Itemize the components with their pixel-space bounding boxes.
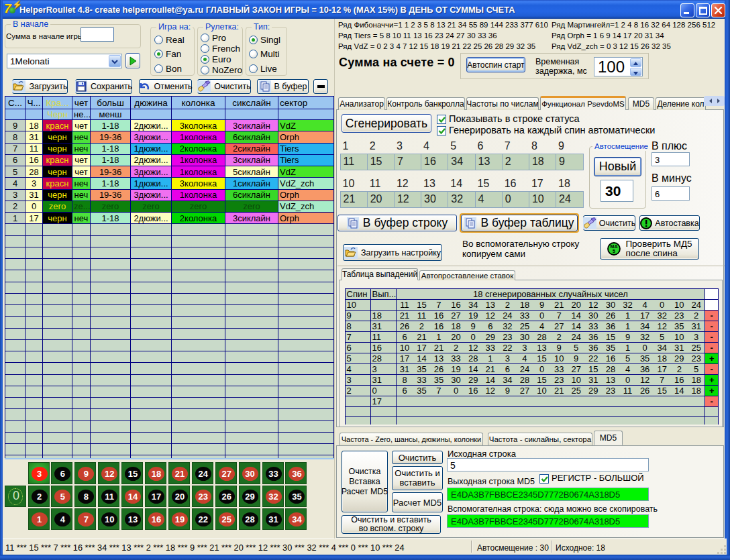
svg-text:5: 5 — [613, 249, 615, 254]
svg-text:МА: МА — [611, 244, 618, 249]
